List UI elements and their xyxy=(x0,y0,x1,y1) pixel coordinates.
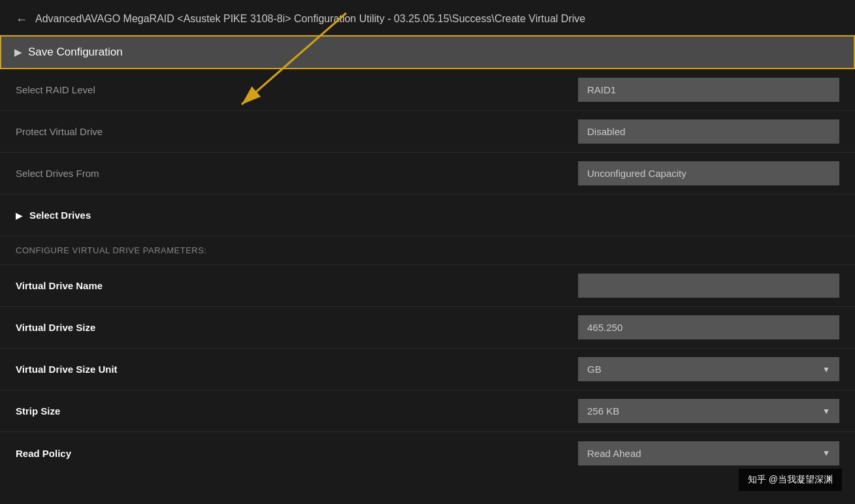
strip-size-value-container: 256 KB ▼ xyxy=(290,399,839,423)
virtual-drive-size-value[interactable]: 465.250 xyxy=(578,315,839,339)
back-arrow-icon[interactable]: ← xyxy=(16,13,27,27)
read-policy-select[interactable]: Read Ahead ▼ xyxy=(578,441,839,465)
content-area: Select RAID Level RAID1 Protect Virtual … xyxy=(0,69,855,474)
select-drives-row[interactable]: ▶ Select Drives xyxy=(0,195,855,236)
chevron-down-icon-3: ▼ xyxy=(822,449,830,458)
chevron-down-icon: ▼ xyxy=(822,365,830,374)
configure-params-row: CONFIGURE VIRTUAL DRIVE PARAMETERS: xyxy=(0,236,855,265)
header-bar: ← Advanced\AVAGO MegaRAID <Asustek PIKE … xyxy=(0,0,855,35)
save-config-arrow-icon: ▶ xyxy=(14,47,22,57)
chevron-down-icon-2: ▼ xyxy=(822,407,830,416)
select-raid-level-value[interactable]: RAID1 xyxy=(578,78,839,102)
virtual-drive-name-input[interactable] xyxy=(578,274,839,298)
watermark: 知乎 @当我凝望深渊 xyxy=(739,469,842,491)
read-policy-value-container: Read Ahead ▼ xyxy=(290,441,839,465)
protect-virtual-drive-row: Protect Virtual Drive Disabled xyxy=(0,111,855,153)
read-policy-value: Read Ahead xyxy=(587,448,641,459)
strip-size-value: 256 KB xyxy=(587,405,619,417)
protect-virtual-drive-value[interactable]: Disabled xyxy=(578,119,839,144)
virtual-drive-size-unit-select[interactable]: GB ▼ xyxy=(578,357,839,381)
virtual-drive-size-unit-row: Virtual Drive Size Unit GB ▼ xyxy=(0,349,855,390)
select-drives-from-row: Select Drives From Unconfigured Capacity xyxy=(0,153,855,195)
virtual-drive-size-label: Virtual Drive Size xyxy=(16,322,290,333)
select-drives-label: Select Drives xyxy=(29,210,304,221)
protect-virtual-drive-value-container: Disabled xyxy=(290,119,839,144)
select-raid-level-value-container: RAID1 xyxy=(290,78,839,102)
virtual-drive-size-value-container: 465.250 xyxy=(290,315,839,339)
read-policy-label: Read Policy xyxy=(16,448,290,459)
save-config-label: Save Configuration xyxy=(28,46,123,59)
select-drives-arrow-icon: ▶ xyxy=(16,210,23,221)
select-drives-from-value-container: Unconfigured Capacity xyxy=(290,161,839,185)
strip-size-label: Strip Size xyxy=(16,405,290,417)
save-configuration-button[interactable]: ▶ Save Configuration xyxy=(0,35,855,69)
select-drives-from-label: Select Drives From xyxy=(16,168,290,179)
select-drives-from-value[interactable]: Unconfigured Capacity xyxy=(578,161,839,185)
select-raid-level-row: Select RAID Level RAID1 xyxy=(0,69,855,111)
virtual-drive-name-row: Virtual Drive Name xyxy=(0,265,855,307)
virtual-drive-size-row: Virtual Drive Size 465.250 xyxy=(0,307,855,349)
virtual-drive-size-unit-label: Virtual Drive Size Unit xyxy=(16,364,290,375)
select-raid-level-label: Select RAID Level xyxy=(16,84,290,95)
virtual-drive-name-value-container xyxy=(290,274,839,298)
read-policy-row: Read Policy Read Ahead ▼ xyxy=(0,432,855,474)
protect-virtual-drive-label: Protect Virtual Drive xyxy=(16,126,290,137)
strip-size-row: Strip Size 256 KB ▼ xyxy=(0,390,855,432)
virtual-drive-name-label: Virtual Drive Name xyxy=(16,280,290,291)
virtual-drive-size-unit-value: GB xyxy=(587,364,602,375)
virtual-drive-size-unit-value-container: GB ▼ xyxy=(290,357,839,381)
header-title: Advanced\AVAGO MegaRAID <Asustek PIKE 31… xyxy=(35,12,585,26)
strip-size-select[interactable]: 256 KB ▼ xyxy=(578,399,839,423)
configure-params-label: CONFIGURE VIRTUAL DRIVE PARAMETERS: xyxy=(16,245,839,255)
